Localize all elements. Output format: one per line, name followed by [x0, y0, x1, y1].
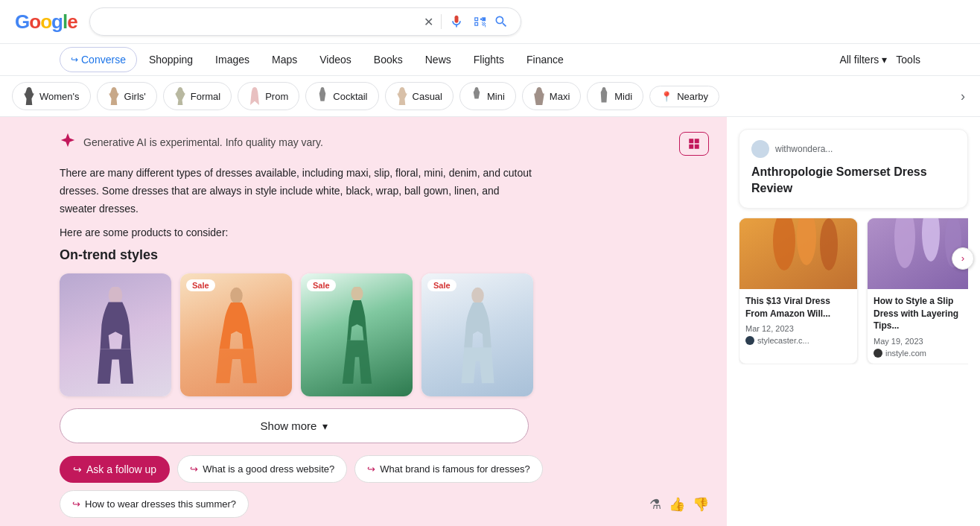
tab-converse-label: Converse	[81, 54, 126, 66]
news-card-2-body: How to Style a Slip Dress with Layering …	[868, 289, 968, 364]
tools-button[interactable]: Tools	[896, 54, 920, 66]
suggestion-icon-2: ↪	[367, 463, 375, 475]
casual-dress-icon	[396, 87, 408, 105]
suggestion-3-button[interactable]: ↪ How to wear dresses this summer?	[60, 490, 249, 518]
nav-right-controls: All filters ▾ Tools	[839, 54, 920, 66]
flask-icon[interactable]: ⚗	[649, 496, 661, 513]
news-card-1-body: This $13 Viral Dress From Amazon Will...…	[739, 289, 857, 352]
news-card-2[interactable]: How to Style a Slip Dress with Layering …	[867, 218, 968, 364]
product-card-4[interactable]: Sale	[421, 273, 533, 396]
product-image-3	[301, 273, 413, 396]
tab-shopping-label: Shopping	[149, 54, 193, 66]
product-image-2	[180, 273, 292, 396]
suggestion-1-button[interactable]: ↪ What is a good dress website?	[177, 455, 347, 483]
chip-cocktail[interactable]: Cocktail	[305, 82, 378, 110]
tab-maps[interactable]: Maps	[261, 48, 308, 72]
chip-midi-label: Midi	[614, 91, 632, 102]
on-trend-title: On-trend styles	[60, 247, 709, 263]
dress-figure-4	[457, 287, 498, 384]
cocktail-dress-icon	[316, 87, 328, 105]
follow-up-arrow-icon: ↪	[73, 463, 82, 475]
header: Google dresses ✕	[0, 0, 980, 44]
tab-news-label: News	[425, 54, 451, 66]
chip-maxi-label: Maxi	[550, 91, 570, 102]
show-more-button[interactable]: Show more ▾	[60, 408, 529, 443]
news-card-2-date: May 19, 2023	[874, 337, 968, 346]
carousel-next-icon: ›	[961, 253, 964, 264]
ai-panel: Generative AI is experimental. Info qual…	[0, 117, 727, 526]
carousel-next-button[interactable]: ›	[952, 247, 974, 270]
product-card-2[interactable]: Sale	[180, 273, 292, 396]
sale-badge-4: Sale	[427, 279, 456, 291]
follow-up-row: ↪ Ask a follow up ↪ What is a good dress…	[60, 455, 709, 518]
svg-point-7	[820, 218, 838, 270]
search-input[interactable]: dresses	[102, 15, 416, 28]
main-content: Generative AI is experimental. Info qual…	[0, 117, 980, 526]
anthropologie-card[interactable]: withwondera... Anthropologie Somerset Dr…	[739, 129, 968, 209]
news-card-1-date: Mar 12, 2023	[745, 324, 851, 333]
tab-converse[interactable]: ↪ Converse	[60, 47, 137, 72]
tab-shopping[interactable]: Shopping	[139, 48, 203, 72]
tab-books[interactable]: Books	[363, 48, 413, 72]
chip-womens[interactable]: Women's	[12, 82, 91, 110]
ai-description: There are many different types of dresse…	[60, 165, 536, 218]
tools-label: Tools	[896, 54, 920, 66]
svg-point-0	[109, 287, 123, 304]
thumbs-down-icon[interactable]: 👎	[693, 496, 709, 513]
news-card-1-image	[739, 218, 857, 289]
news-card-2-source: instyle.com	[874, 349, 968, 358]
news-card-2-source-name: instyle.com	[885, 349, 926, 358]
chip-formal-label: Formal	[191, 91, 220, 102]
product-card-3[interactable]: Sale	[301, 273, 413, 396]
filter-chips-next-arrow[interactable]: ›	[958, 86, 968, 107]
chip-girls[interactable]: Girls'	[97, 82, 157, 110]
product-card-1[interactable]	[60, 273, 171, 396]
tab-news[interactable]: News	[415, 48, 462, 72]
clear-icon[interactable]: ✕	[424, 15, 433, 29]
mini-dress-icon	[471, 87, 483, 105]
all-filters-label: All filters	[839, 54, 879, 66]
thumbs-up-icon[interactable]: 👍	[669, 496, 685, 513]
womens-dress-icon	[23, 87, 35, 105]
nav-tabs: ↪ Converse Shopping Images Maps Videos B…	[0, 44, 980, 76]
chip-prom[interactable]: Prom	[238, 82, 299, 110]
image-search-icon[interactable]	[471, 14, 486, 29]
search-submit-icon[interactable]	[494, 14, 509, 29]
suggestion-2-button[interactable]: ↪ What brand is famous for dresses?	[354, 455, 543, 483]
chip-formal[interactable]: Formal	[163, 82, 232, 110]
anthropologie-title: Anthropologie Somerset Dress Review	[751, 164, 955, 197]
tab-books-label: Books	[374, 54, 403, 66]
tab-finance-label: Finance	[526, 54, 564, 66]
chip-nearby[interactable]: 📍 Nearby	[649, 86, 719, 107]
chevron-down-icon: ▾	[882, 54, 887, 66]
ai-spark-icon	[60, 132, 76, 152]
chip-womens-label: Women's	[39, 91, 80, 102]
author-name: withwondera...	[775, 144, 833, 154]
chip-cocktail-label: Cocktail	[333, 91, 367, 102]
tab-images[interactable]: Images	[205, 48, 260, 72]
tab-images-label: Images	[215, 54, 249, 66]
location-pin-icon: 📍	[661, 91, 672, 102]
ask-follow-up-button[interactable]: ↪ Ask a follow up	[60, 456, 170, 483]
chip-casual[interactable]: Casual	[385, 82, 454, 110]
svg-point-3	[471, 288, 484, 304]
svg-point-2	[351, 287, 363, 301]
voice-search-icon[interactable]	[449, 14, 464, 29]
ai-layout-toggle-button[interactable]	[679, 132, 709, 156]
news-card-1[interactable]: This $13 Viral Dress From Amazon Will...…	[739, 218, 858, 364]
product-grid: Sale Sale	[60, 273, 709, 396]
chip-mini-label: Mini	[487, 91, 505, 102]
chip-maxi[interactable]: Maxi	[522, 82, 581, 110]
tab-finance[interactable]: Finance	[516, 48, 574, 72]
all-filters-button[interactable]: All filters ▾	[839, 54, 887, 66]
converse-icon: ↪	[71, 54, 78, 65]
tab-flights[interactable]: Flights	[463, 48, 515, 72]
google-logo[interactable]: Google	[15, 10, 77, 34]
chip-nearby-label: Nearby	[677, 91, 708, 102]
chip-midi[interactable]: Midi	[587, 82, 643, 110]
chip-mini[interactable]: Mini	[459, 82, 516, 110]
tab-videos[interactable]: Videos	[309, 48, 362, 72]
author-avatar	[751, 140, 769, 158]
tab-flights-label: Flights	[474, 54, 504, 66]
divider	[441, 14, 442, 29]
